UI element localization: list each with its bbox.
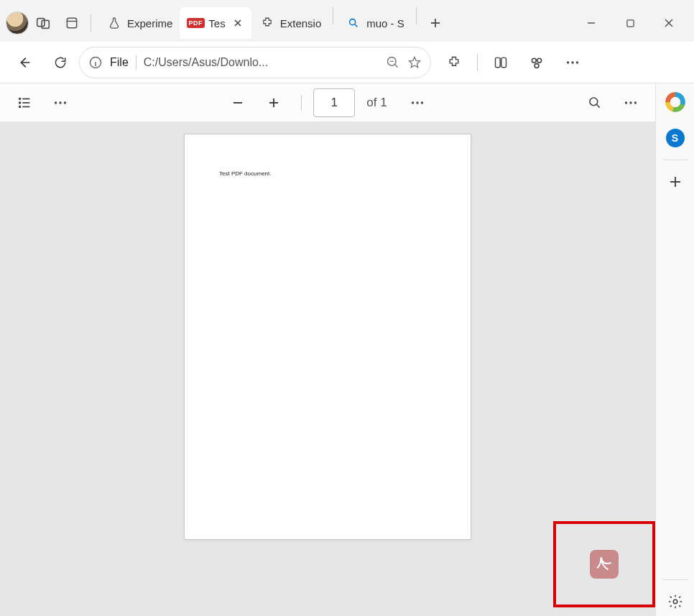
- pdf-badge: PDF: [187, 18, 205, 28]
- tab-muo-search[interactable]: muo - S: [338, 7, 412, 39]
- page-count-label: of 1: [366, 96, 387, 110]
- vert-tabs-icon[interactable]: [57, 9, 86, 37]
- back-button[interactable]: [7, 47, 42, 78]
- pdf-more-right-button[interactable]: [615, 88, 647, 117]
- address-bar[interactable]: File C:/Users/Asus/Downlo...: [79, 47, 431, 78]
- pdf-page: Test PDF document.: [184, 134, 471, 540]
- sidebar-add-button[interactable]: [661, 167, 690, 196]
- zoom-out-icon[interactable]: [386, 55, 400, 70]
- close-window-button[interactable]: [649, 9, 688, 37]
- tab-label: Tes: [208, 17, 225, 29]
- divider: [662, 579, 688, 580]
- tab-strip: Experime PDF Tes Extensio: [98, 7, 450, 39]
- minimize-button[interactable]: [572, 9, 611, 37]
- navbar: File C:/Users/Asus/Downlo...: [0, 42, 694, 83]
- contents-button[interactable]: [9, 88, 40, 117]
- svg-point-21: [412, 101, 414, 104]
- tab-label: Experime: [127, 17, 172, 29]
- browser-menu-button[interactable]: [555, 47, 590, 78]
- extensions-button[interactable]: [437, 47, 471, 78]
- svg-point-11: [535, 63, 539, 68]
- window-controls: [572, 9, 688, 37]
- skype-icon: S: [666, 129, 685, 147]
- svg-point-9: [532, 58, 536, 63]
- workspaces-icon[interactable]: [29, 9, 57, 37]
- pdf-more-left-button[interactable]: [45, 88, 76, 117]
- pdf-toolbar: of 1: [0, 83, 655, 122]
- zoom-out-button[interactable]: [222, 88, 254, 117]
- divider: [301, 95, 302, 111]
- divider: [416, 7, 417, 24]
- svg-point-20: [64, 101, 66, 104]
- site-info-icon[interactable]: [88, 55, 103, 70]
- profile-avatar[interactable]: [6, 12, 29, 35]
- zoom-in-button[interactable]: [258, 88, 290, 117]
- svg-point-12: [567, 61, 569, 63]
- settings-button[interactable]: [661, 587, 690, 616]
- svg-point-23: [420, 101, 422, 104]
- pdf-more-center-button[interactable]: [402, 88, 433, 117]
- divider: [136, 55, 137, 70]
- svg-point-18: [55, 101, 57, 104]
- flask-icon: [107, 16, 121, 30]
- svg-point-26: [629, 101, 631, 104]
- tab-extensions[interactable]: Extensio: [251, 7, 329, 39]
- divider: [662, 160, 688, 160]
- tab-label: Extensio: [280, 17, 322, 29]
- svg-rect-8: [501, 58, 506, 67]
- new-tab-button[interactable]: [421, 7, 450, 39]
- svg-point-3: [350, 19, 356, 25]
- collections-button[interactable]: [519, 47, 554, 78]
- svg-point-27: [634, 101, 637, 104]
- divider: [477, 54, 478, 71]
- svg-point-19: [59, 101, 61, 104]
- pdf-icon: PDF: [188, 16, 203, 30]
- tab-pdf[interactable]: PDF Tes: [180, 7, 251, 39]
- maximize-button[interactable]: [611, 9, 649, 37]
- tab-experiments[interactable]: Experime: [98, 7, 180, 39]
- search-icon: [346, 16, 361, 30]
- scheme-label: File: [110, 56, 129, 69]
- url-text: C:/Users/Asus/Downlo...: [144, 56, 379, 69]
- refresh-button[interactable]: [43, 47, 78, 78]
- svg-point-13: [571, 61, 573, 63]
- browser-sidebar: S: [655, 83, 694, 616]
- svg-point-10: [537, 58, 542, 63]
- page-number-input[interactable]: [313, 88, 355, 117]
- acrobat-icon[interactable]: [590, 550, 619, 579]
- svg-rect-2: [67, 18, 76, 27]
- extension-icon: [260, 16, 274, 30]
- svg-point-28: [673, 599, 677, 604]
- close-tab-button[interactable]: [231, 17, 244, 29]
- svg-point-25: [625, 101, 627, 104]
- svg-rect-4: [626, 19, 633, 26]
- svg-point-17: [19, 106, 21, 107]
- svg-point-22: [416, 101, 418, 104]
- svg-rect-7: [496, 58, 501, 67]
- split-screen-button[interactable]: [484, 47, 518, 78]
- svg-rect-0: [37, 19, 45, 27]
- find-button[interactable]: [579, 88, 611, 117]
- copilot-button[interactable]: [661, 88, 690, 116]
- copilot-icon: [665, 92, 685, 112]
- svg-rect-1: [42, 20, 49, 28]
- acrobat-highlight-box: [553, 521, 655, 607]
- svg-point-15: [19, 98, 21, 99]
- svg-point-16: [19, 102, 21, 104]
- pdf-viewer[interactable]: Test PDF document.: [0, 122, 655, 616]
- divider: [91, 14, 91, 32]
- favorite-icon[interactable]: [407, 55, 422, 70]
- skype-button[interactable]: S: [661, 124, 690, 152]
- titlebar: Experime PDF Tes Extensio: [0, 0, 694, 42]
- content-wrap: of 1 Test PDF document.: [0, 83, 694, 616]
- divider: [333, 7, 333, 24]
- svg-point-14: [576, 61, 578, 63]
- document-text: Test PDF document.: [219, 170, 436, 177]
- svg-point-24: [590, 97, 598, 105]
- tab-label: muo - S: [366, 17, 404, 29]
